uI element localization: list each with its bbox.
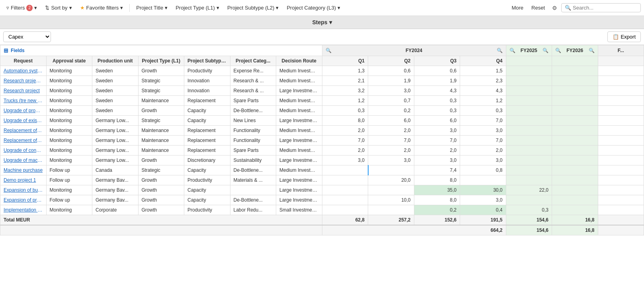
q4-cell: 1,5 xyxy=(460,66,506,76)
total-q2: 257,2 xyxy=(368,215,414,225)
fy2025-cell xyxy=(506,66,552,76)
q4-cell: 4,3 xyxy=(460,86,506,96)
more-button[interactable]: More xyxy=(508,3,527,12)
fy2025-cell xyxy=(506,76,552,86)
q1-cell xyxy=(322,165,368,175)
approval-cell: Monitoring xyxy=(46,155,92,165)
subtype-cell: Replacement xyxy=(184,146,230,155)
total-fy2025: 154,6 xyxy=(506,215,552,225)
extra-cell xyxy=(598,76,644,86)
request-cell[interactable]: Replacement of IT QCS xyxy=(0,126,47,136)
q2-cell xyxy=(368,165,414,175)
fy2025-label: FY2025 xyxy=(521,48,537,53)
request-cell[interactable]: Expansion of building xyxy=(0,185,47,195)
fy2026-cell xyxy=(552,165,598,175)
type-cell: Strategic xyxy=(138,86,184,96)
request-cell[interactable]: Implementation of salesforce xyxy=(0,205,47,215)
more-label: More xyxy=(511,5,523,11)
table-row: Upgrade of machine Monitoring Germany Lo… xyxy=(0,155,644,165)
table-row: Implementation of salesforce Monitoring … xyxy=(0,205,644,215)
fy2025-cell xyxy=(506,146,552,155)
fy2026-zoom-right[interactable]: 🔍 xyxy=(589,48,595,53)
request-cell[interactable]: Research project xyxy=(0,86,47,96)
sort-chevron: ▾ xyxy=(69,5,72,11)
request-cell[interactable]: Demo project 1 xyxy=(0,175,47,185)
total2-label xyxy=(0,225,322,235)
request-cell[interactable]: Expansion of product line xyxy=(0,195,47,205)
total-q3: 152,6 xyxy=(414,215,460,225)
total-extra xyxy=(598,215,644,225)
fy2025-zoom-left[interactable]: 🔍 xyxy=(509,48,515,53)
fy2025-header: 🔍 FY2025 🔍 xyxy=(506,45,552,56)
production-cell: Corporate xyxy=(92,205,139,215)
subtype-cell: Capacity xyxy=(184,195,230,205)
fy2026-cell xyxy=(552,76,598,86)
col-header-q2: Q2 xyxy=(368,56,414,66)
project-category-button[interactable]: Project Category (L3) ▾ xyxy=(283,3,343,12)
type-cell: Growth xyxy=(138,155,184,165)
total2-combined: 664,2 xyxy=(322,225,506,235)
reset-label: Reset xyxy=(531,5,545,11)
project-title-button[interactable]: Project Title ▾ xyxy=(133,3,171,12)
request-cell[interactable]: Upgrade of production system xyxy=(0,106,47,116)
extra-cell xyxy=(598,205,644,215)
q2-cell: 20,0 xyxy=(368,175,414,185)
fy2025-zoom-right[interactable]: 🔍 xyxy=(543,48,548,53)
fy2026-zoom-left[interactable]: 🔍 xyxy=(555,48,561,53)
project-type-button[interactable]: Project Type (L1) ▾ xyxy=(172,3,222,12)
request-cell[interactable]: Replacement of roof xyxy=(0,136,47,146)
fy2025-cell xyxy=(506,116,552,126)
total-row-2: 664,2 154,6 16,8 xyxy=(0,225,644,235)
q1-cell: 3,0 xyxy=(322,155,368,165)
settings-button[interactable]: ⚙ xyxy=(550,4,560,12)
decision-cell: Medium Investment 1 - 10 M xyxy=(276,96,322,106)
subtype-cell: Innovation xyxy=(184,76,230,86)
q4-cell: 7,0 xyxy=(460,136,506,146)
col-header-request: Request xyxy=(0,56,47,66)
request-cell[interactable]: Machine purchase xyxy=(0,165,47,175)
capex-select[interactable]: Capex xyxy=(3,31,51,42)
fields-header-row: ⊞ Fields 🔍 FY2024 🔍 🔍 FY202 xyxy=(0,45,644,56)
q3-cell: 0,2 xyxy=(414,205,460,215)
request-cell[interactable]: Upgrade of machine xyxy=(0,155,47,165)
q4-cell: 3,0 xyxy=(460,126,506,136)
request-cell[interactable]: Trucks (tre new of type A) xyxy=(0,96,47,106)
project-type-label: Project Type (L1) xyxy=(176,5,215,11)
request-cell[interactable]: Upgrade of conveyor belt xyxy=(0,146,47,155)
request-cell[interactable]: Upgrade of existing production line xyxy=(0,116,47,126)
approval-cell: Monitoring xyxy=(46,66,92,76)
category-cell xyxy=(230,185,276,195)
search-input[interactable] xyxy=(573,5,636,11)
favorite-filters-button[interactable]: ★ Favorite filters ▾ xyxy=(77,3,127,12)
export-button[interactable]: 📋 Export xyxy=(607,31,641,42)
production-cell: Sweden xyxy=(92,86,139,96)
search-box: 🔍 xyxy=(561,3,641,12)
reset-button[interactable]: Reset xyxy=(528,3,548,12)
q3-cell: 0,6 xyxy=(414,66,460,76)
table-row: Upgrade of conveyor belt Monitoring Germ… xyxy=(0,146,644,155)
fy2026-cell xyxy=(552,185,598,195)
fy2025-cell xyxy=(506,155,552,165)
fy2026-cell xyxy=(552,136,598,146)
chevron-icon: ▾ xyxy=(34,5,37,11)
fy2024-zoom-left[interactable]: 🔍 xyxy=(326,48,332,53)
fields-header-cell: ⊞ Fields xyxy=(0,45,322,56)
fav-chevron: ▾ xyxy=(120,5,123,11)
steps-bar[interactable]: Steps ▾ xyxy=(0,16,644,29)
approval-cell: Monitoring xyxy=(46,136,92,146)
project-subtype-button[interactable]: Project Subtype (L2) ▾ xyxy=(224,3,282,12)
subtype-cell: Innovation xyxy=(184,86,230,96)
decision-cell: Large Investment > 10 MEU xyxy=(276,195,322,205)
category-cell: De-Bottlene... xyxy=(230,165,276,175)
fy2026-cell xyxy=(552,195,598,205)
col-header-q4: Q4 xyxy=(460,56,506,66)
q2-cell: 1,9 xyxy=(368,76,414,86)
q1-cell: 2,1 xyxy=(322,76,368,86)
fy2025-cell xyxy=(506,195,552,205)
request-cell[interactable]: Research project #2 xyxy=(0,76,47,86)
request-cell[interactable]: Automation system xyxy=(0,66,47,76)
fy2026-cell xyxy=(552,175,598,185)
sort-button[interactable]: ⇅ Sort by ▾ xyxy=(42,3,75,12)
fy2024-zoom-right[interactable]: 🔍 xyxy=(497,48,503,53)
filters-button[interactable]: ▿ Filters 2 ▾ xyxy=(3,3,40,13)
